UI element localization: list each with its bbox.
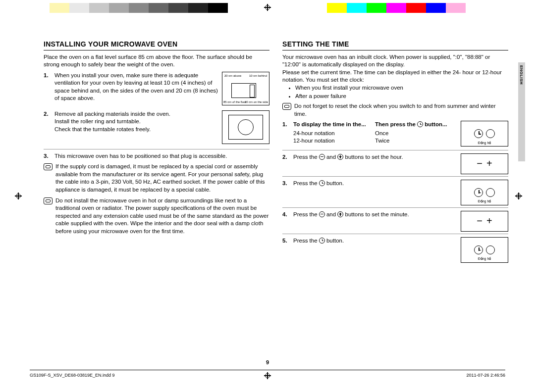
safety-note-2: Do not install the microwave oven in hot… xyxy=(44,197,269,236)
footer-filename: GS109F-S_XSV_DE68-03819E_EN.indd 9 xyxy=(30,372,115,378)
step-number: 1. xyxy=(282,121,290,148)
step-2-text: Press the and buttons to set the hour. xyxy=(293,153,403,161)
plus-icon xyxy=(337,211,343,217)
clock-icon xyxy=(474,245,483,254)
step-number: 3. xyxy=(282,180,290,188)
step-number: 1. xyxy=(44,72,52,107)
table-cell: Once xyxy=(375,130,457,138)
step-1: 1. 20 cm above 10 cm behind 85 cm of the… xyxy=(44,72,269,107)
minus-icon: − xyxy=(477,157,482,170)
minus-plus-panel: − + xyxy=(461,211,508,232)
bullet-power-failure: After a power failure xyxy=(295,93,508,100)
clock-icon xyxy=(417,121,423,127)
registration-mark xyxy=(15,193,22,199)
note-2-text: Do not install the microwave oven in hot… xyxy=(55,197,269,236)
step-number: 4. xyxy=(282,211,290,219)
clock-button-panel: Đồng hồ xyxy=(461,121,508,147)
clock-label: Đồng hồ xyxy=(461,256,508,261)
turntable-diagram xyxy=(222,110,269,144)
step-number: 2. xyxy=(282,153,290,161)
page-number: 9 xyxy=(0,359,535,366)
step-4-text: Press the and buttons to set the minute. xyxy=(293,211,409,219)
minus-icon: − xyxy=(477,214,482,228)
button-icon xyxy=(486,129,495,138)
step-number: 2. xyxy=(44,110,52,146)
step-number: 5. xyxy=(282,237,290,245)
step-5-text: Press the button. xyxy=(293,237,344,245)
button-icon xyxy=(486,245,495,254)
clearance-diagram: 20 cm above 10 cm behind 85 cm of the fl… xyxy=(222,72,269,105)
clock-label: Đồng hồ xyxy=(461,199,508,203)
dst-note: Do not forget to reset the clock when yo… xyxy=(282,102,508,118)
button-icon xyxy=(486,188,495,197)
left-column: INSTALLING YOUR MICROWAVE OVEN Place the… xyxy=(44,40,269,352)
right-column: ENGLISH SETTING THE TIME Your microwave … xyxy=(282,40,508,352)
clock-button-panel: Đồng hồ xyxy=(461,180,508,205)
clock-icon xyxy=(474,129,483,138)
step-2: 2. Remove all packing materials inside t… xyxy=(44,110,269,146)
page-content: INSTALLING YOUR MICROWAVE OVEN Place the… xyxy=(44,40,508,352)
note-icon xyxy=(44,197,53,204)
table-cell: 24-hour notation xyxy=(293,130,375,138)
minus-plus-panel: − + xyxy=(461,153,508,174)
plus-icon xyxy=(337,154,343,160)
heading-installing: INSTALLING YOUR MICROWAVE OVEN xyxy=(44,40,269,50)
table-header-2: Then press the button... xyxy=(375,121,457,129)
bullet-first-install: When you first install your microwave ov… xyxy=(295,84,508,92)
print-footer: GS109F-S_XSV_DE68-03819E_EN.indd 9 2011-… xyxy=(30,370,505,378)
note-icon xyxy=(44,163,53,170)
footer-timestamp: 2011-07-26 2:46:56 xyxy=(466,372,505,378)
clock-button-panel: Đồng hồ xyxy=(461,237,508,263)
clock-intro-2: Please set the current time. The time ca… xyxy=(282,69,508,84)
safety-note-1: If the supply cord is damaged, it must b… xyxy=(44,163,269,194)
step-2a-text: Remove all packing materials inside the … xyxy=(54,111,170,117)
clock-intro-1: Your microwave oven has an inbuilt clock… xyxy=(282,53,508,69)
step-3-text: Press the button. xyxy=(293,180,344,188)
heading-setting-time: SETTING THE TIME xyxy=(282,40,508,50)
step-3: 3. This microwave oven has to be positio… xyxy=(44,152,269,160)
note-icon xyxy=(282,103,291,110)
registration-mark xyxy=(264,4,271,11)
language-tab: ENGLISH xyxy=(518,62,525,161)
registration-mark xyxy=(515,193,522,199)
clock-label: Đồng hồ xyxy=(461,141,508,145)
step-1-text: When you install your oven, make sure th… xyxy=(54,72,218,101)
step-2c-text: Check that the turntable rotates freely. xyxy=(54,126,151,132)
note-1-text: If the supply cord is damaged, it must b… xyxy=(55,163,269,194)
step-2b-text: Install the roller ring and turntable. xyxy=(54,118,141,124)
step-3-text: This microwave oven has to be positioned… xyxy=(54,152,269,160)
table-header-1: To display the time in the... xyxy=(293,121,375,129)
plus-icon: + xyxy=(486,214,492,228)
clock-icon xyxy=(319,238,325,244)
plus-icon: + xyxy=(486,157,492,170)
intro-text: Place the oven on a flat level surface 8… xyxy=(44,53,269,69)
dst-note-text: Do not forget to reset the clock when yo… xyxy=(294,102,508,118)
minus-icon xyxy=(319,154,325,160)
clock-icon xyxy=(319,180,325,186)
step-number: 3. xyxy=(44,152,52,160)
table-cell: 12-hour notation xyxy=(293,137,375,145)
table-cell: Twice xyxy=(375,137,457,145)
clock-icon xyxy=(474,188,483,197)
minus-icon xyxy=(319,211,325,217)
